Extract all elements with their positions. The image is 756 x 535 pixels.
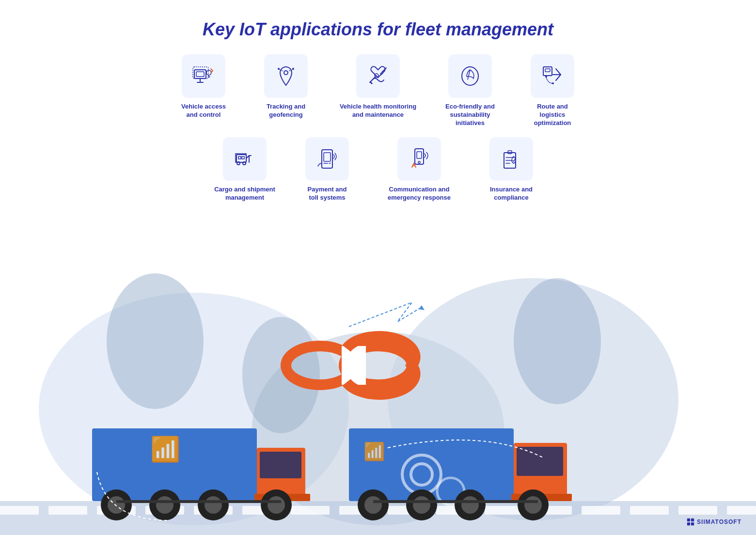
- vehicle-health-icon: [365, 63, 391, 89]
- svg-text:📶: 📶: [150, 435, 181, 464]
- icon-item-vehicle-health: Vehicle health monitoringand maintenance: [334, 54, 422, 127]
- main-container: Key IoT applications for fleet managemen…: [0, 0, 756, 535]
- background-blobs: 📶: [0, 205, 756, 535]
- svg-rect-31: [0, 506, 39, 515]
- svg-rect-1: [196, 72, 204, 77]
- insurance-icon: [498, 146, 524, 172]
- icon-item-vehicle-access: Vehicle accessand control: [170, 54, 237, 127]
- svg-rect-13: [238, 157, 241, 159]
- svg-rect-64: [342, 346, 366, 385]
- svg-point-5: [278, 68, 280, 70]
- tracking-icon: [273, 63, 299, 89]
- icons-section: Vehicle accessand control Tracking andge…: [0, 54, 756, 202]
- svg-rect-43: [582, 506, 620, 515]
- svg-point-16: [243, 162, 246, 165]
- icons-row-1: Vehicle accessand control Tracking andge…: [170, 54, 586, 127]
- svg-point-55: [156, 496, 173, 514]
- svg-rect-32: [48, 506, 87, 515]
- svg-point-6: [292, 68, 294, 70]
- illustration-area: 📶: [0, 205, 756, 535]
- svg-point-29: [242, 317, 320, 433]
- payment-label: Payment andtoll systems: [308, 186, 347, 202]
- vehicle-access-icon: [190, 63, 217, 89]
- svg-point-4: [284, 71, 288, 75]
- icon-box: [182, 54, 225, 98]
- brand-logo-icon: [686, 518, 695, 526]
- route-icon: [539, 63, 566, 89]
- svg-rect-60: [116, 500, 213, 503]
- icon-box: [489, 137, 533, 181]
- svg-rect-46: [727, 506, 756, 515]
- vehicle-health-label: Vehicle health monitoringand maintenance: [340, 103, 416, 119]
- icon-box: [397, 137, 441, 181]
- communication-label: Communication andemergency response: [388, 186, 451, 202]
- svg-point-20: [418, 161, 420, 163]
- icon-box: [448, 54, 492, 98]
- icon-box: [356, 54, 400, 98]
- icon-item-insurance: Insurance andcompliance: [477, 137, 545, 202]
- eco-label: Eco-friendly andsustainabilityinitiative…: [445, 103, 495, 127]
- icon-box: [531, 54, 574, 98]
- icon-item-tracking: Tracking andgeofencing: [252, 54, 320, 127]
- payment-icon: [314, 146, 340, 172]
- icon-box: [305, 137, 349, 181]
- svg-rect-84: [687, 519, 690, 521]
- svg-rect-14: [242, 157, 244, 159]
- svg-rect-61: [213, 500, 281, 503]
- svg-rect-72: [517, 447, 563, 476]
- icon-item-route: Route andlogisticsoptimization: [519, 54, 586, 127]
- svg-rect-82: [373, 500, 470, 503]
- icon-item-payment: Payment andtoll systems: [293, 137, 361, 202]
- svg-rect-37: [291, 506, 330, 515]
- svg-rect-44: [630, 506, 669, 515]
- svg-rect-41: [485, 506, 523, 515]
- communication-icon: [406, 146, 432, 172]
- page-title: Key IoT applications for fleet managemen…: [203, 19, 553, 40]
- svg-rect-45: [678, 506, 717, 515]
- svg-rect-18: [324, 153, 331, 161]
- icons-row-2: Cargo and shipmentmanagement: [211, 137, 545, 202]
- insurance-label: Insurance andcompliance: [490, 186, 533, 202]
- svg-point-79: [461, 496, 479, 514]
- icon-box: [223, 137, 267, 181]
- vehicle-access-label: Vehicle accessand control: [181, 103, 226, 119]
- cargo-icon: [232, 146, 258, 172]
- svg-rect-21: [417, 152, 422, 158]
- icon-item-communication: Communication andemergency response: [376, 137, 463, 202]
- svg-point-10: [545, 76, 547, 78]
- cargo-label: Cargo and shipmentmanagement: [214, 186, 275, 202]
- svg-point-28: [514, 278, 601, 404]
- svg-point-15: [237, 162, 240, 165]
- svg-marker-65: [419, 305, 425, 310]
- svg-rect-9: [545, 69, 550, 72]
- svg-point-11: [552, 82, 554, 84]
- svg-rect-50: [260, 452, 301, 478]
- svg-text:📶: 📶: [363, 441, 385, 462]
- svg-rect-83: [470, 500, 538, 503]
- icon-item-cargo: Cargo and shipmentmanagement: [211, 137, 279, 202]
- icon-item-eco: Eco-friendly andsustainabilityinitiative…: [436, 54, 504, 127]
- svg-rect-12: [236, 155, 246, 162]
- tracking-label: Tracking andgeofencing: [267, 103, 305, 119]
- svg-rect-8: [543, 67, 552, 76]
- svg-rect-87: [691, 522, 694, 525]
- svg-point-27: [107, 273, 204, 409]
- icon-box: [264, 54, 308, 98]
- svg-point-77: [413, 496, 430, 514]
- eco-friendly-icon: [457, 63, 483, 89]
- brand-watermark: SIIMATOSOFT: [686, 518, 741, 526]
- svg-point-57: [205, 496, 222, 514]
- svg-point-59: [268, 496, 285, 514]
- svg-rect-86: [687, 522, 690, 525]
- route-label: Route andlogisticsoptimization: [534, 103, 571, 127]
- svg-rect-19: [415, 149, 424, 164]
- svg-point-75: [364, 496, 382, 514]
- svg-point-81: [524, 496, 542, 514]
- svg-rect-85: [691, 519, 694, 521]
- svg-point-53: [108, 496, 125, 514]
